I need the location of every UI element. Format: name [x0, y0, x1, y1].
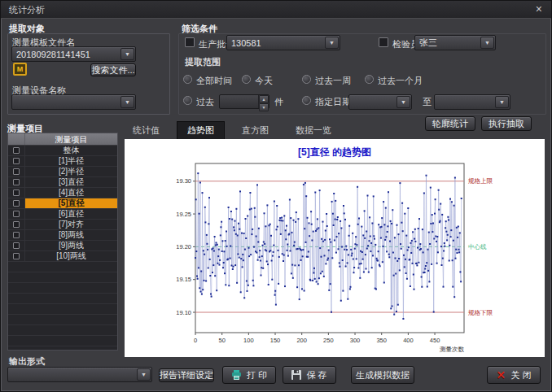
radio-today[interactable]: [242, 75, 251, 84]
save-button[interactable]: 保 存: [283, 366, 336, 384]
tab-1[interactable]: 统计值: [123, 121, 169, 139]
past-n-unit: 件: [274, 96, 283, 108]
list-item[interactable]: [1]半径: [8, 156, 117, 167]
list-item[interactable]: [8]两线: [8, 230, 117, 241]
title-bar: 统计分析 ×: [1, 1, 551, 19]
template-file-dropdown[interactable]: 201809281141451 ▼: [11, 46, 136, 62]
item-label: [9]两线: [25, 241, 117, 250]
list-item[interactable]: [2]半径: [8, 167, 117, 177]
run-extract-button[interactable]: 执行抽取: [481, 116, 532, 131]
search-file-button[interactable]: 搜索文件...: [90, 63, 136, 76]
save-floppy-icon: [291, 370, 301, 380]
item-checkbox[interactable]: [13, 221, 20, 228]
radio-past-month-label: 过去一个月: [378, 75, 423, 87]
list-header: 测量项目: [8, 133, 117, 146]
svg-text:19.25: 19.25: [176, 211, 191, 218]
tab-2[interactable]: 趋势图: [177, 121, 225, 139]
generate-sim-data-button[interactable]: 生成模拟数据: [351, 366, 414, 384]
radio-all-time[interactable]: [183, 75, 192, 84]
print-button[interactable]: 打 印: [222, 366, 276, 384]
item-checkbox[interactable]: [13, 232, 20, 238]
radio-all-time-label: 全部时间: [196, 75, 232, 87]
svg-text:中心线: 中心线: [468, 243, 487, 250]
contour-stats-button[interactable]: 轮廓统计: [425, 116, 475, 131]
radio-past-week[interactable]: [302, 75, 311, 84]
batch-dropdown[interactable]: 130581 ▼: [226, 35, 340, 50]
chevron-down-icon[interactable]: ▼: [120, 48, 134, 60]
list-item[interactable]: [3]直径: [8, 177, 117, 188]
svg-text:100: 100: [243, 337, 254, 344]
device-name-dropdown[interactable]: ▼: [11, 94, 136, 110]
svg-text:[5]直径 的趋势图: [5]直径 的趋势图: [298, 146, 371, 158]
svg-text:400: 400: [403, 337, 414, 344]
item-label: [10]两线: [25, 251, 117, 261]
list-item[interactable]: [5]直径: [8, 198, 117, 209]
range-title: 提取范围: [185, 56, 221, 68]
batch-value: 130581: [231, 38, 324, 48]
item-checkbox[interactable]: [13, 158, 20, 164]
svg-text:19.15: 19.15: [176, 276, 191, 283]
svg-text:19.20: 19.20: [176, 243, 191, 250]
tab-4[interactable]: 数据一览: [286, 121, 341, 139]
date-to-dropdown[interactable]: ▼: [434, 94, 510, 110]
date-from-dropdown[interactable]: ▼: [348, 94, 412, 110]
list-item[interactable]: [6]直径: [8, 209, 117, 220]
tab-3[interactable]: 直方图: [232, 121, 278, 139]
chevron-down-icon[interactable]: ▼: [137, 368, 151, 381]
radio-past-month[interactable]: [365, 75, 374, 84]
svg-text:测量次数: 测量次数: [440, 346, 465, 353]
chevron-down-icon[interactable]: ▼: [495, 96, 509, 108]
item-label: [1]半径: [25, 156, 117, 166]
item-checkbox[interactable]: [13, 179, 20, 185]
chevron-down-icon[interactable]: ▼: [325, 37, 339, 49]
item-checkbox[interactable]: [13, 147, 20, 154]
empty-row: [8, 272, 117, 283]
item-checkbox[interactable]: [13, 211, 20, 217]
svg-text:250: 250: [323, 337, 334, 344]
list-item[interactable]: [9]两线: [8, 241, 117, 251]
inspector-checkbox[interactable]: [379, 37, 388, 47]
list-item[interactable]: [7]对齐: [8, 220, 117, 230]
svg-text:规格上限: 规格上限: [468, 177, 493, 185]
item-checkbox[interactable]: [13, 242, 20, 249]
close-button[interactable]: ✕ 关 闭: [487, 366, 541, 384]
past-n-value: [220, 95, 258, 108]
inspector-value: 张三: [419, 37, 480, 49]
stepper-down-icon[interactable]: ▼: [259, 103, 269, 111]
close-button-label: 关 闭: [510, 369, 531, 381]
printer-icon: [231, 370, 242, 380]
radio-date-range[interactable]: [302, 96, 311, 105]
past-n-stepper[interactable]: ▲▼: [219, 94, 269, 109]
statistical-analysis-dialog: 统计分析 × 提取对象 测量模板文件名 201809281141451 ▼ M …: [0, 0, 552, 392]
empty-row: [8, 325, 117, 336]
list-item[interactable]: [10]两线: [8, 251, 117, 262]
past-n-label: 过去: [196, 96, 214, 108]
empty-row: [8, 315, 117, 325]
chevron-down-icon[interactable]: ▼: [120, 96, 134, 108]
item-checkbox[interactable]: [13, 189, 20, 196]
item-checkbox[interactable]: [13, 253, 20, 259]
chevron-down-icon[interactable]: ▼: [396, 96, 410, 108]
inspector-dropdown[interactable]: 张三 ▼: [414, 35, 496, 50]
svg-text:0: 0: [194, 337, 197, 344]
list-item[interactable]: [4]直径: [8, 188, 117, 198]
output-format-dropdown[interactable]: ▼: [7, 367, 152, 382]
batch-checkbox[interactable]: [185, 37, 195, 47]
template-type-m-icon: M: [13, 63, 27, 76]
stepper-up-icon[interactable]: ▲: [259, 95, 269, 103]
report-detail-button[interactable]: 报告详细设定: [159, 368, 214, 382]
list-item[interactable]: 整体: [8, 146, 117, 156]
chevron-down-icon[interactable]: ▼: [480, 37, 494, 49]
item-checkbox[interactable]: [13, 200, 20, 207]
radio-past-n[interactable]: [183, 96, 192, 105]
date-range-label: 指定日期: [315, 96, 351, 108]
window-title: 统计分析: [9, 4, 45, 16]
svg-text:300: 300: [350, 337, 361, 344]
radio-past-week-label: 过去一周: [315, 75, 351, 87]
item-label: [4]直径: [25, 188, 117, 198]
close-icon[interactable]: ×: [536, 2, 542, 15]
trend-chart: [5]直径 的趋势图规格上限中心线规格下限0501001502002503003…: [125, 139, 545, 357]
svg-text:350: 350: [376, 337, 387, 344]
item-checkbox[interactable]: [13, 168, 20, 175]
date-to-label: 至: [423, 96, 432, 108]
